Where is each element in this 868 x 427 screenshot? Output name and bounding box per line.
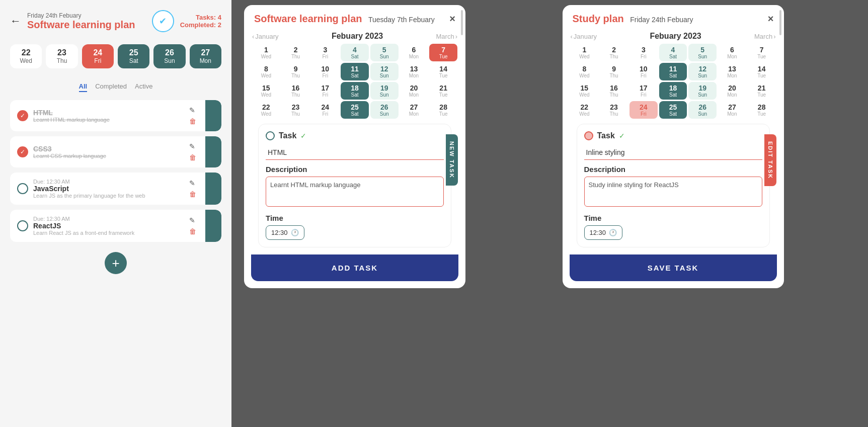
add-task-button[interactable]: + <box>105 252 127 274</box>
center-modal-close[interactable]: × <box>449 13 455 25</box>
cal-cell[interactable]: 1Wed <box>252 44 280 61</box>
right-form-circle <box>584 131 593 140</box>
center-form-circle <box>266 131 275 140</box>
cal-cell[interactable]: 15Wed <box>252 82 280 100</box>
cal-cell[interactable]: 6Mon <box>400 44 428 61</box>
center-calendar: ‹ January Febuary 2023 March › 1Wed2Thu3… <box>244 29 465 124</box>
center-time-input[interactable]: 12:30 🕐 <box>266 225 304 240</box>
cal-cell[interactable]: 10Fri <box>629 63 658 80</box>
date-item[interactable]: 25Sat <box>118 44 149 68</box>
cal-cell[interactable]: 25Sat <box>659 101 687 119</box>
right-cal-prev[interactable]: ‹ January <box>571 33 597 40</box>
cal-cell[interactable]: 6Mon <box>718 44 746 61</box>
date-strip: 22Wed23Thu24Fri25Sat26Sun27Mon <box>10 44 221 68</box>
center-desc-textarea[interactable]: Learnt HTML markup language <box>266 177 444 207</box>
cal-cell[interactable]: 2Thu <box>600 44 628 61</box>
task-check[interactable] <box>17 220 28 231</box>
cal-cell[interactable]: 27Mon <box>718 101 746 119</box>
cal-cell[interactable]: 21Tue <box>748 82 776 100</box>
task-delete-button[interactable]: 🗑 <box>189 117 196 125</box>
date-item[interactable]: 26Sun <box>153 44 185 68</box>
cal-cell[interactable]: 25Sat <box>341 101 369 119</box>
task-edit-button[interactable]: ✎ <box>189 179 196 187</box>
cal-cell[interactable]: 9Thu <box>600 63 628 80</box>
cal-cell[interactable]: 28Tue <box>748 101 776 119</box>
cal-cell[interactable]: 13Mon <box>718 63 746 80</box>
cal-cell[interactable]: 27Mon <box>400 101 428 119</box>
right-task-input[interactable] <box>584 145 762 160</box>
cal-cell[interactable]: 7Tue <box>748 44 776 61</box>
cal-cell[interactable]: 11Sat <box>659 63 687 80</box>
right-edit-task-tab[interactable]: EDIT TASK <box>764 134 776 186</box>
cal-cell[interactable]: 17Fri <box>629 82 658 100</box>
task-delete-button[interactable]: 🗑 <box>189 153 196 161</box>
task-edit-button[interactable]: ✎ <box>189 216 196 224</box>
right-cal-next[interactable]: March › <box>754 33 775 40</box>
cal-cell[interactable]: 24Fri <box>311 101 339 119</box>
cal-cell[interactable]: 3Fri <box>311 44 339 61</box>
cal-cell[interactable]: 5Sun <box>688 44 717 61</box>
cal-cell[interactable]: 3Fri <box>629 44 658 61</box>
cal-cell[interactable]: 18Sat <box>659 82 687 100</box>
cal-cell[interactable]: 20Mon <box>400 82 428 100</box>
cal-cell[interactable]: 23Thu <box>282 101 310 119</box>
filter-tab-all[interactable]: All <box>79 81 88 92</box>
cal-cell[interactable]: 26Sun <box>370 101 399 119</box>
cal-cell[interactable]: 26Sun <box>688 101 717 119</box>
cal-cell[interactable]: 24Fri <box>629 101 658 119</box>
cal-cell[interactable]: 22Wed <box>571 101 599 119</box>
cal-cell[interactable]: 20Mon <box>718 82 746 100</box>
cal-cell[interactable]: 10Fri <box>311 63 339 80</box>
cal-cell[interactable]: 14Tue <box>429 63 457 80</box>
center-add-task-button[interactable]: ADD TASK <box>251 254 458 281</box>
cal-cell[interactable]: 2Thu <box>282 44 310 61</box>
cal-cell[interactable]: 12Sun <box>688 63 717 80</box>
center-cal-next[interactable]: March › <box>436 33 457 40</box>
cal-cell[interactable]: 4Sat <box>659 44 687 61</box>
back-button[interactable]: ← <box>10 15 21 28</box>
cal-cell[interactable]: 19Sun <box>370 82 399 100</box>
right-desc-textarea[interactable]: Study inline styling for ReactJS <box>584 177 762 207</box>
cal-cell[interactable]: 7Tue <box>429 44 457 61</box>
cal-cell[interactable]: 16Thu <box>600 82 628 100</box>
filter-tab-completed[interactable]: Completed <box>95 81 127 92</box>
cal-cell[interactable]: 16Thu <box>282 82 310 100</box>
center-new-task-tab[interactable]: NEW TASK <box>446 134 458 186</box>
cal-cell[interactable]: 5Sun <box>370 44 399 61</box>
cal-cell[interactable]: 4Sat <box>341 44 369 61</box>
date-item[interactable]: 27Mon <box>190 44 221 68</box>
task-check[interactable] <box>17 183 28 194</box>
cal-cell[interactable]: 17Fri <box>311 82 339 100</box>
right-modal-close[interactable]: × <box>768 13 774 25</box>
task-delete-button[interactable]: 🗑 <box>189 190 196 198</box>
cal-cell[interactable]: 8Wed <box>252 63 280 80</box>
cal-cell[interactable]: 11Sat <box>341 63 369 80</box>
date-item[interactable]: 23Thu <box>46 44 77 68</box>
cal-cell[interactable]: 14Tue <box>748 63 776 80</box>
cal-cell[interactable]: 18Sat <box>341 82 369 100</box>
task-check[interactable]: ✓ <box>17 146 28 157</box>
task-edit-button[interactable]: ✎ <box>189 106 196 114</box>
task-desc: Learn React JS as a front-end framework <box>33 230 184 236</box>
filter-tab-active[interactable]: Active <box>135 81 152 92</box>
date-item[interactable]: 24Fri <box>82 44 114 68</box>
cal-cell[interactable]: 21Tue <box>429 82 457 100</box>
right-time-input[interactable]: 12:30 🕐 <box>584 225 623 240</box>
center-task-input[interactable] <box>266 145 444 160</box>
cal-cell[interactable]: 9Thu <box>282 63 310 80</box>
cal-cell[interactable]: 19Sun <box>688 82 717 100</box>
cal-cell[interactable]: 28Tue <box>429 101 457 119</box>
right-save-task-button[interactable]: SAVE TASK <box>570 254 777 281</box>
date-item[interactable]: 22Wed <box>10 44 42 68</box>
center-cal-prev[interactable]: ‹ January <box>252 33 279 40</box>
cal-cell[interactable]: 22Wed <box>252 101 280 119</box>
cal-cell[interactable]: 13Mon <box>400 63 428 80</box>
task-check[interactable]: ✓ <box>17 110 28 121</box>
cal-cell[interactable]: 1Wed <box>571 44 599 61</box>
cal-cell[interactable]: 15Wed <box>571 82 599 100</box>
cal-cell[interactable]: 12Sun <box>370 63 399 80</box>
task-delete-button[interactable]: 🗑 <box>189 227 196 235</box>
task-edit-button[interactable]: ✎ <box>189 142 196 150</box>
cal-cell[interactable]: 23Thu <box>600 101 628 119</box>
cal-cell[interactable]: 8Wed <box>571 63 599 80</box>
